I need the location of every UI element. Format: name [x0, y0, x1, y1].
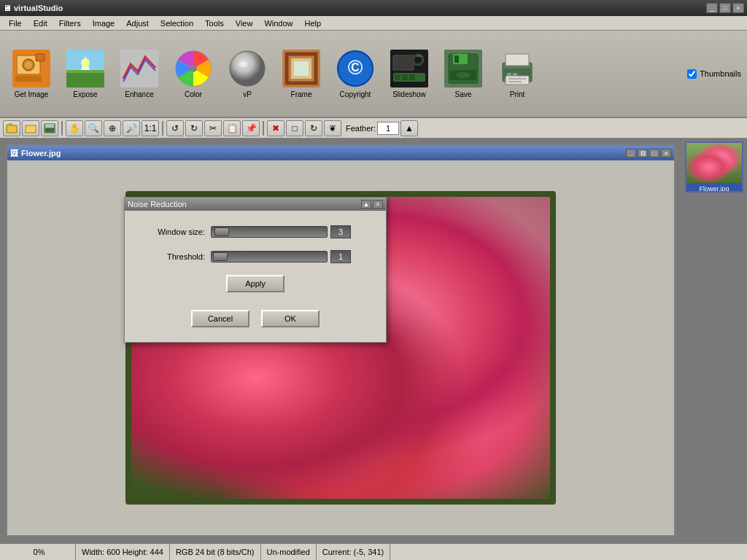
open-folder-btn[interactable] [22, 120, 39, 136]
open-file-btn[interactable] [3, 120, 20, 136]
save-btn[interactable] [41, 120, 58, 136]
toolbar-vp[interactable]: vP [222, 34, 273, 114]
svg-rect-31 [409, 74, 415, 80]
separator-1 [61, 121, 63, 136]
toolbar-color[interactable]: Color [168, 34, 219, 114]
menu-image[interactable]: Image [87, 18, 121, 29]
svg-rect-7 [66, 71, 104, 88]
menu-edit[interactable]: Edit [28, 18, 53, 29]
thumbnail-flower[interactable]: Flower.jpg [685, 141, 743, 192]
svg-rect-43 [513, 73, 517, 76]
feather-input[interactable]: 1 [377, 122, 399, 135]
maximize-button[interactable]: □ [719, 3, 731, 13]
menu-bar: File Edit Filters Image Adjust Selection… [0, 16, 747, 31]
color-icon [174, 50, 212, 88]
vp-icon [228, 50, 266, 88]
separator-2 [162, 121, 163, 136]
feather-up-btn[interactable]: ▲ [400, 120, 418, 136]
frame-icon [282, 50, 320, 88]
threshold-label: Threshold: [139, 252, 205, 261]
menu-file[interactable]: File [3, 18, 28, 29]
expose-label: Expose [73, 90, 97, 98]
menu-tools[interactable]: Tools [199, 18, 230, 29]
dialog-buttons: Apply Cancel OK [139, 275, 371, 327]
paste-btn[interactable]: 📌 [242, 120, 260, 136]
main-content: 🖼 Flower.jpg _ ⊡ □ × Noise Reduction ▲ [0, 139, 747, 542]
toolbar-get-image[interactable]: Get Image [6, 34, 57, 114]
slideshow-label: Slideshow [392, 90, 426, 98]
img-win-restore[interactable]: ⊡ [638, 149, 648, 158]
image-content: Noise Reduction ▲ × Window size: [7, 160, 674, 535]
frame-label: Frame [291, 90, 312, 98]
menu-adjust[interactable]: Adjust [120, 18, 155, 29]
get-image-label: Get Image [15, 90, 49, 98]
print-label: Print [510, 90, 525, 98]
svg-rect-44 [508, 78, 526, 79]
separator-3 [263, 121, 264, 136]
slideshow-icon [390, 50, 428, 88]
toolbar-save[interactable]: Save [438, 34, 489, 114]
toolbar-expose[interactable]: Expose [60, 34, 111, 114]
app-icon: 🖥 [3, 4, 11, 12]
status-bar: 0% Width: 600 Height: 444 RGB 24 bit (8 … [0, 542, 747, 560]
svg-rect-23 [393, 55, 414, 70]
svg-rect-30 [402, 74, 408, 80]
noise-dialog-close[interactable]: × [373, 200, 383, 209]
rotate-btn[interactable]: ↻ [305, 120, 322, 136]
threshold-value: 1 [330, 250, 351, 263]
toolbar-enhance[interactable]: Enhance [114, 34, 165, 114]
image-window-titlebar: 🖼 Flower.jpg _ ⊡ □ × [7, 146, 674, 160]
svg-point-25 [414, 56, 422, 63]
zoom-fit-btn[interactable]: ⊕ [104, 120, 121, 136]
delete-btn[interactable]: ✖ [267, 120, 285, 136]
menu-view[interactable]: View [230, 18, 259, 29]
minimize-button[interactable]: _ [706, 3, 718, 13]
zoom-in-btn[interactable]: 🔍 [85, 120, 102, 136]
toolbar-copyright[interactable]: © Copyright [330, 34, 381, 114]
feather-btn[interactable]: ❦ [324, 120, 341, 136]
copy-btn[interactable]: 📋 [223, 120, 241, 136]
apply-button[interactable]: Apply [226, 275, 285, 292]
select-btn[interactable]: □ [286, 120, 303, 136]
window-size-thumb[interactable] [214, 228, 229, 236]
hand-tool-btn[interactable]: ✋ [66, 120, 83, 136]
menu-selection[interactable]: Selection [155, 18, 199, 29]
img-win-maximize[interactable]: □ [649, 149, 659, 158]
zoom-actual-btn[interactable]: 1:1 [142, 120, 159, 136]
svg-point-13 [190, 65, 197, 72]
window-size-row: Window size: 3 [139, 225, 371, 238]
expose-icon [66, 50, 104, 88]
close-button[interactable]: × [732, 3, 744, 13]
menu-window[interactable]: Window [258, 18, 298, 29]
window-size-track[interactable] [211, 226, 328, 238]
ok-button[interactable]: OK [261, 310, 320, 327]
threshold-thumb[interactable] [213, 252, 228, 261]
image-window-icon: 🖼 [10, 149, 18, 158]
menu-help[interactable]: Help [299, 18, 328, 29]
menu-filters[interactable]: Filters [53, 18, 87, 29]
threshold-track[interactable] [211, 251, 328, 262]
thumbnails-checkbox-area: Thumbnails [687, 69, 741, 79]
toolbar-slideshow[interactable]: Slideshow [384, 34, 435, 114]
cancel-button[interactable]: Cancel [191, 310, 249, 327]
copyright-icon: © [336, 50, 374, 88]
modified-status: Un-modified [261, 544, 317, 560]
app-title: 🖥 virtualStudio [3, 4, 63, 12]
zoom-out-btn[interactable]: 🔎 [123, 120, 140, 136]
color-mode-status: RGB 24 bit (8 bits/Ch) [170, 544, 261, 560]
svg-rect-49 [45, 124, 54, 128]
img-win-close[interactable]: × [661, 149, 671, 158]
save-label: Save [455, 90, 472, 98]
image-window-title: Flower.jpg [21, 149, 61, 158]
enhance-icon [120, 50, 158, 88]
window-size-label: Window size: [139, 228, 205, 236]
thumbnails-checkbox[interactable] [687, 69, 697, 79]
thumbnails-checkbox-label[interactable]: Thumbnails [700, 69, 741, 78]
undo-btn[interactable]: ↺ [166, 120, 184, 136]
toolbar-frame[interactable]: Frame [276, 34, 327, 114]
img-win-minimize[interactable]: _ [626, 149, 636, 158]
cut-btn[interactable]: ✂ [204, 120, 222, 136]
toolbar-print[interactable]: Print [492, 34, 543, 114]
noise-dialog-expand[interactable]: ▲ [361, 200, 371, 209]
redo-btn[interactable]: ↻ [185, 120, 203, 136]
